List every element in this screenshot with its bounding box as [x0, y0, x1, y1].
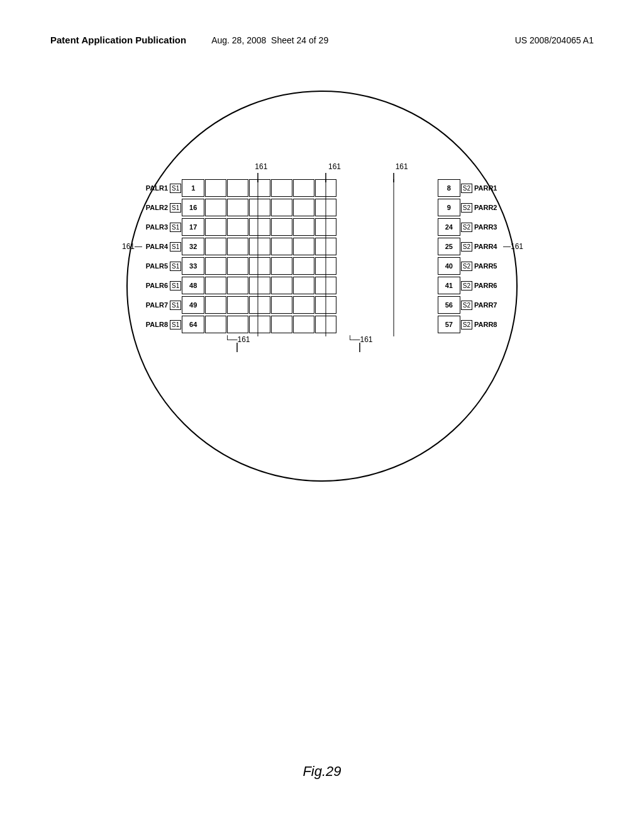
row-palr4: 161— PALR4 S1 32 25 S2 PARR4 —161: [140, 238, 504, 255]
first-cell-4: 32: [182, 238, 204, 255]
top-labels-161: 161 161 161: [146, 162, 498, 171]
cell: [315, 257, 336, 275]
top-label-161-1: 161: [255, 162, 267, 171]
row-right-label-1: PARR1: [474, 184, 504, 192]
cell: [315, 277, 336, 294]
cell: [205, 257, 226, 275]
s1-label-3: S1: [170, 223, 181, 232]
cell: [271, 277, 292, 294]
cell: [271, 199, 292, 216]
cell: [315, 316, 336, 333]
s1-label-7: S1: [170, 301, 181, 310]
row-palr3: PALR3 S1 17 24 S2 PARR3: [140, 218, 504, 236]
cell: [249, 277, 270, 294]
cell: [249, 257, 270, 275]
s1-label-8: S1: [170, 320, 181, 329]
cell: [227, 316, 248, 333]
cell: [205, 277, 226, 294]
last-cell-6: 41: [438, 277, 460, 294]
first-cell-3: 17: [182, 218, 204, 236]
cell: [271, 179, 292, 197]
cell: [227, 238, 248, 255]
s2-label-6: S2: [461, 281, 472, 290]
middle-cells-2: [205, 199, 437, 216]
s1-label-6: S1: [170, 281, 181, 290]
cell: [249, 218, 270, 236]
row-left-label-6: PALR6: [140, 282, 168, 289]
s2-label-8: S2: [461, 320, 472, 329]
page-header: Patent Application Publication Aug. 28, …: [50, 35, 594, 45]
last-cell-2: 9: [438, 199, 460, 216]
patent-number: US 2008/204065 A1: [515, 35, 594, 45]
cell: [315, 218, 336, 236]
middle-cells-7: [205, 296, 437, 314]
cell: [293, 238, 314, 255]
row-left-label-3: PALR3: [140, 223, 168, 231]
cell: [315, 238, 336, 255]
publication-date: Aug. 28, 2008 Sheet 24 of 29: [211, 35, 328, 45]
row-left-label-5: PALR5: [140, 262, 168, 270]
cell: [205, 296, 226, 314]
cell: [205, 179, 226, 197]
cell: [205, 199, 226, 216]
cell: [205, 238, 226, 255]
row-right-label-8: PARR8: [474, 321, 504, 328]
last-cell-4: 25: [438, 238, 460, 255]
cell: [271, 218, 292, 236]
cell: [315, 199, 336, 216]
publication-title: Patent Application Publication: [50, 35, 186, 45]
row-palr1: PALR1 S1 1 8 S2 PARR1: [140, 179, 504, 197]
cell: [205, 316, 226, 333]
middle-cells-6: [205, 277, 437, 294]
row-right-label-2: PARR2: [474, 204, 504, 211]
cell: [293, 316, 314, 333]
first-cell-7: 49: [182, 296, 204, 314]
side-label-161-right: —161: [503, 242, 523, 251]
cell: [293, 199, 314, 216]
cell: [271, 257, 292, 275]
cell: [227, 277, 248, 294]
s1-label-4: S1: [170, 242, 181, 252]
last-cell-7: 56: [438, 296, 460, 314]
first-cell-5: 33: [182, 257, 204, 275]
top-label-161-3: 161: [396, 162, 408, 171]
s2-label-3: S2: [461, 223, 472, 232]
cell: [293, 218, 314, 236]
figure-label: Fig.29: [303, 763, 341, 780]
cell: [249, 179, 270, 197]
cell: [249, 238, 270, 255]
row-palr5: PALR5 S1 33 40 S2 PARR5: [140, 257, 504, 275]
s2-label-4: S2: [461, 242, 472, 252]
cell: [227, 179, 248, 197]
cell: [227, 257, 248, 275]
first-cell-8: 64: [182, 316, 204, 333]
row-palr2: PALR2 S1 16 9 S2 PARR2: [140, 199, 504, 216]
cell: [249, 199, 270, 216]
first-cell-6: 48: [182, 277, 204, 294]
middle-cells-3: [205, 218, 437, 236]
s2-label-2: S2: [461, 203, 472, 213]
cell: [315, 179, 336, 197]
row-right-label-4: PARR4: [474, 243, 504, 250]
row-right-label-7: PARR7: [474, 301, 504, 309]
last-cell-3: 24: [438, 218, 460, 236]
row-palr7: PALR7 S1 49 56 S2 PARR7: [140, 296, 504, 314]
first-cell-2: 16: [182, 199, 204, 216]
s2-label-1: S2: [461, 184, 472, 193]
middle-cells-1: [205, 179, 437, 197]
s1-label-1: S1: [170, 184, 181, 193]
s2-label-7: S2: [461, 301, 472, 310]
row-right-label-5: PARR5: [474, 262, 504, 270]
cell: [249, 296, 270, 314]
row-palr6: PALR6 S1 48 41 S2 PARR6: [140, 277, 504, 294]
row-right-label-3: PARR3: [474, 223, 504, 231]
row-left-label-4: PALR4: [140, 243, 168, 250]
cell: [227, 218, 248, 236]
first-cell-1: 1: [182, 179, 204, 197]
row-left-label-2: PALR2: [140, 204, 168, 211]
middle-cells-4: [205, 238, 437, 255]
cell: [271, 316, 292, 333]
cell: [293, 296, 314, 314]
s2-label-5: S2: [461, 262, 472, 271]
last-cell-8: 57: [438, 316, 460, 333]
